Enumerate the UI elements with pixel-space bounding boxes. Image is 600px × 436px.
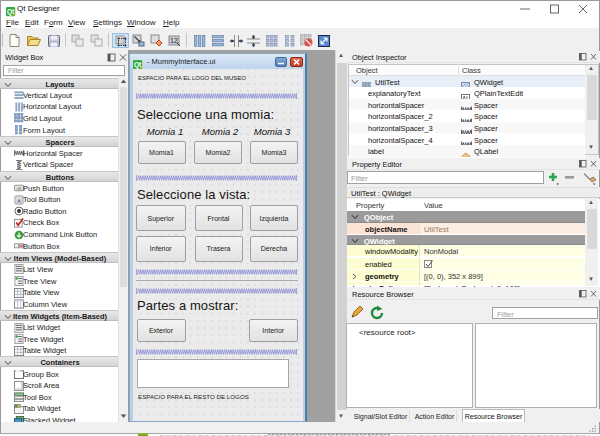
svg-text:12: 12 — [170, 37, 178, 44]
svg-text:OK: OK — [16, 187, 22, 191]
